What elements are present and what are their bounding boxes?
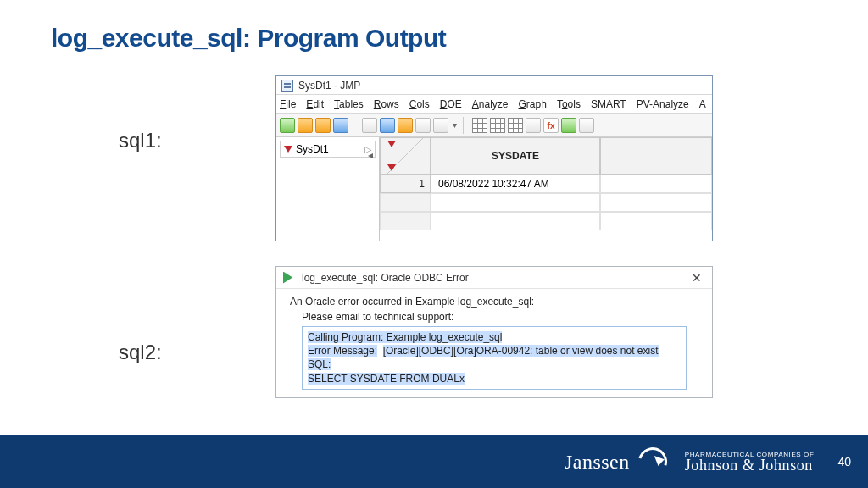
grid-icon[interactable]	[508, 118, 523, 133]
cell-empty[interactable]	[600, 175, 712, 193]
dialog-titlebar: log_execute_sql: Oracle ODBC Error ✕	[276, 267, 712, 289]
red-triangle-icon[interactable]	[284, 146, 292, 152]
fx-icon[interactable]: fx	[543, 118, 559, 133]
scroll-left-icon[interactable]: ◂	[368, 149, 373, 161]
jmp-toolbar: ▾ fx	[276, 114, 712, 137]
msg-line-calling-program: Calling Program: Example log_execute_sql	[308, 330, 681, 344]
toolbar-separator	[353, 117, 358, 134]
menu-extra[interactable]: A	[699, 98, 706, 110]
cut-icon[interactable]	[362, 118, 377, 133]
grid-icon[interactable]	[490, 118, 505, 133]
slide-footer: Janssen PHARMACEUTICAL COMPANIES OF John…	[0, 435, 868, 488]
jmp-window-title: SysDt1 - JMP	[298, 80, 360, 92]
side-panel-item[interactable]: SysDt1 ▷	[280, 141, 376, 158]
label-sql2: sql2:	[119, 341, 162, 364]
toolbar-separator	[463, 117, 468, 134]
jmp-titlebar: SysDt1 - JMP	[276, 76, 712, 95]
jmp-side-panel: SysDt1 ▷	[276, 137, 380, 241]
column-header-empty[interactable]	[600, 137, 712, 175]
cell-sysdate-value[interactable]: 06/08/2022 10:32:47 AM	[431, 175, 600, 193]
menu-file[interactable]: File	[280, 98, 296, 110]
menu-doe[interactable]: DOE	[440, 98, 462, 110]
menu-analyze[interactable]: Analyze	[472, 98, 509, 110]
brand-name: Janssen	[565, 451, 630, 474]
column-header-sysdate[interactable]: SYSDATE	[431, 137, 600, 175]
cell-empty[interactable]	[431, 212, 600, 230]
menu-tools[interactable]: Tools	[557, 98, 581, 110]
cell-empty[interactable]	[600, 212, 712, 230]
run-icon	[283, 272, 295, 284]
row-header-empty	[380, 193, 431, 212]
close-icon[interactable]: ✕	[688, 269, 705, 286]
slide-title: log_execute_sql: Program Output	[51, 24, 446, 53]
msg-line-sql-label: SQL:	[308, 358, 681, 371]
dialog-title: log_execute_sql: Oracle ODBC Error	[302, 272, 469, 284]
toolbar-icon[interactable]	[415, 118, 431, 133]
toolbar-icon[interactable]	[526, 118, 541, 133]
dialog-message-box[interactable]: Calling Program: Example log_execute_sql…	[302, 326, 687, 390]
red-triangle-icon[interactable]	[387, 141, 396, 147]
menu-tables[interactable]: Tables	[334, 98, 364, 110]
menu-edit[interactable]: Edit	[306, 98, 324, 110]
page-number: 40	[837, 455, 851, 469]
cell-empty[interactable]	[600, 193, 712, 212]
jmp-body: SysDt1 ▷ ◂ SYSDATE 1 06/08/2022 10:32:47…	[276, 137, 712, 241]
menu-pvanalyze[interactable]: PV-Analyze	[637, 98, 689, 110]
paste-icon[interactable]	[398, 118, 413, 133]
divider	[676, 446, 676, 477]
jmp-window: SysDt1 - JMP File Edit Tables Rows Cols …	[275, 75, 713, 241]
dialog-body: An Oracle error occurred in Example log_…	[276, 289, 712, 390]
brand-swoosh-icon	[638, 447, 667, 476]
copy-icon[interactable]	[380, 118, 395, 133]
dialog-subhead: Please email to technical support:	[302, 311, 698, 323]
brand-tagline: PHARMACEUTICAL COMPANIES OF Johnson & Jo…	[685, 452, 815, 473]
save-icon[interactable]	[333, 118, 348, 133]
menu-graph[interactable]: Graph	[519, 98, 547, 110]
red-triangle-icon[interactable]	[387, 164, 396, 171]
jmp-menubar[interactable]: File Edit Tables Rows Cols DOE Analyze G…	[276, 95, 712, 114]
side-panel-label: SysDt1	[296, 143, 329, 155]
label-sql1: sql1:	[119, 129, 162, 152]
toolbar-overflow-icon[interactable]: ▾	[451, 120, 459, 130]
grid-corner	[380, 137, 431, 175]
msg-line-error-message: Error Message: [Oracle][ODBC][Ora]ORA-00…	[308, 344, 681, 358]
row-header-1[interactable]: 1	[380, 175, 431, 193]
toolbar-icon[interactable]	[298, 118, 313, 133]
datatable-icon	[281, 80, 293, 92]
toolbar-icon[interactable]	[315, 118, 331, 133]
dialog-intro-text: An Oracle error occurred in Example log_…	[290, 296, 698, 308]
menu-cols[interactable]: Cols	[409, 98, 430, 110]
toolbar-icon[interactable]	[280, 118, 295, 133]
msg-line-sql-text: SELECT SYSDATE FROM DUALx	[308, 372, 681, 385]
toolbar-icon[interactable]	[579, 118, 594, 133]
error-dialog: log_execute_sql: Oracle ODBC Error ✕ An …	[275, 266, 713, 398]
jmp-data-grid[interactable]: ◂ SYSDATE 1 06/08/2022 10:32:47 AM	[380, 137, 712, 241]
toolbar-icon[interactable]	[433, 118, 448, 133]
brand-block: Janssen PHARMACEUTICAL COMPANIES OF John…	[565, 446, 815, 477]
toolbar-icon[interactable]	[561, 118, 576, 133]
menu-smart[interactable]: SMART	[591, 98, 626, 110]
row-header-empty	[380, 212, 431, 230]
grid-icon[interactable]	[472, 118, 487, 133]
menu-rows[interactable]: Rows	[374, 98, 399, 110]
cell-empty[interactable]	[431, 193, 600, 212]
